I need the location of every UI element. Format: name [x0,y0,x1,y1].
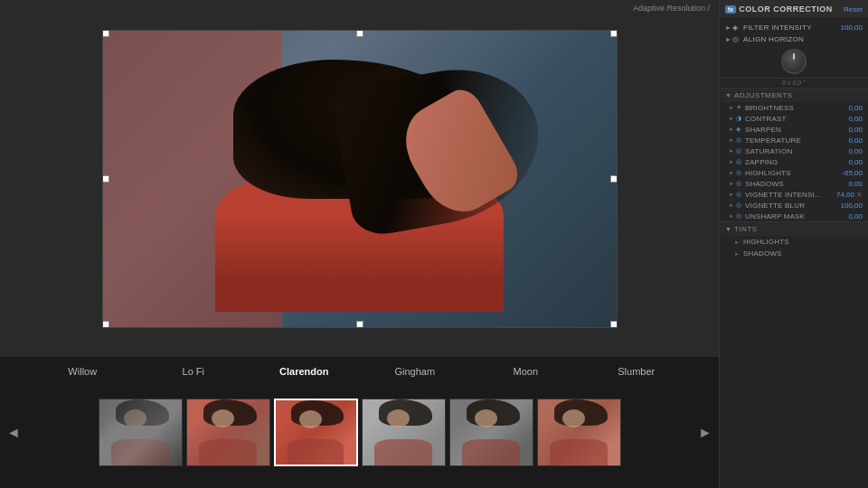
adj-row-shadows[interactable]: ►◎SHADOWS0,00 [720,178,868,189]
adj-value-1: 0,00 [837,115,863,123]
adj-row-vignette-blur[interactable]: ►◎VIGNETTE BLUR100,00 [720,200,868,211]
photo-background [103,31,617,327]
tints-label-0: HIGHLIGHTS [743,238,863,246]
adj-row-vignette-intensi...[interactable]: ►◎VIGNETTE INTENSI...74,00✕ [720,189,868,200]
adj-value-0: 0,00 [837,104,863,112]
adj-value-7: 0,00 [837,180,863,188]
app: Adaptive Resolution / [0,0,868,488]
thumb-image-slumber [538,399,620,465]
adaptive-label: Adaptive Resolution / [633,4,710,13]
adj-icon-1: ◑ [736,115,745,122]
adj-label-0: BRIGHTNESS [745,104,837,112]
thumb-image-moon [450,399,533,465]
adj-row-saturation[interactable]: ►◎SATURATION0,00 [720,145,868,156]
thumbnails-row: ◄ ► [0,381,719,483]
adj-row-temperature[interactable]: ►◎TEMPERATURE0,00 [720,135,868,145]
filter-intensity-label: FILTER INTENSITY [743,23,835,32]
thumbnail-clarendon[interactable] [274,399,358,466]
adj-icon-8: ◎ [736,191,745,198]
adj-rows-container: ►☀BRIGHTNESS0,00►◑CONTRAST0,00►◈SHARPEN0… [720,102,868,221]
main-image[interactable] [102,30,618,328]
adjustments-section-header[interactable]: ADJUSTMENTS [720,88,868,102]
adj-row-zapping[interactable]: ►◎ZAPPING0,00 [720,156,868,167]
tints-item-shadows[interactable]: ►SHADOWS [720,248,868,259]
filmstrip: WillowLo FiClarendonGinghamMoonSlumber ◄… [0,357,719,488]
adj-value-3: 0,00 [837,136,863,145]
handle-br[interactable] [610,321,618,328]
filter-labels: WillowLo FiClarendonGinghamMoonSlumber [0,361,719,381]
canvas-area: Adaptive Resolution / [0,0,719,488]
adj-label-9: VIGNETTE BLUR [745,202,837,210]
panel-title: COLOR CORRECTION [739,5,833,14]
adjustments-title: ADJUSTMENTS [734,91,793,99]
adj-row-contrast[interactable]: ►◑CONTRAST0,00 [720,113,868,124]
reset-button[interactable]: Reset [844,5,863,14]
adj-label-7: SHADOWS [745,180,837,188]
filter-label-clarendon[interactable]: Clarendon [249,366,360,377]
dial-value-label: 0 x 0,0 ° [720,79,868,88]
filter-label-moon[interactable]: Moon [470,366,581,377]
adj-close-8[interactable]: ✕ [856,191,863,199]
tints-title: TINTS [734,225,758,233]
tints-item-highlights[interactable]: ►HIGHLIGHTS [720,236,868,248]
adj-arrow-2: ► [729,127,736,132]
panel-content[interactable]: ◈ FILTER INTENSITY 100,00 ◎ ALIGN HORIZO… [720,19,868,488]
handle-bl[interactable] [102,321,109,328]
filter-label-gingham[interactable]: Gingham [360,366,471,377]
adj-row-brightness[interactable]: ►☀BRIGHTNESS0,00 [720,102,868,113]
adj-value-6: -65,00 [837,169,863,177]
filter-label-lo-fi[interactable]: Lo Fi [138,366,250,377]
adj-label-3: TEMPERATURE [745,136,837,145]
thumbnail-slumber[interactable] [537,399,621,466]
thumb-body-1 [199,439,257,465]
thumb-face-0 [124,409,146,427]
align-horizon-row[interactable]: ◎ ALIGN HORIZON [720,33,868,45]
dial-control[interactable] [781,49,807,74]
adj-row-sharpen[interactable]: ►◈SHARPEN0,00 [720,124,868,135]
handle-tl[interactable] [102,30,109,37]
filter-label-willow[interactable]: Willow [27,366,138,377]
thumbnail-willow[interactable] [99,399,183,466]
adj-row-unsharp-mask[interactable]: ►◎UNSHARP MASK0,00 [720,211,868,221]
adj-row-highlights[interactable]: ►◎HIGHLIGHTS-65,00 [720,167,868,178]
adj-arrow-6: ► [729,170,736,175]
adj-icon-10: ◎ [736,212,745,220]
handle-mr[interactable] [610,175,618,183]
thumb-image-lofi [187,399,269,465]
tints-section-header[interactable]: TINTS [720,221,868,236]
adj-icon-3: ◎ [736,136,745,144]
handle-ml[interactable] [102,175,109,183]
adj-label-1: CONTRAST [745,115,837,123]
align-horizon-arrow [725,36,732,42]
handle-bm[interactable] [356,321,363,328]
tints-arrow-1: ► [734,251,741,257]
right-panel: fx COLOR CORRECTION Reset ◈ FILTER INTEN… [719,0,868,488]
align-horizon-label: ALIGN HORIZON [743,35,863,43]
adj-label-4: SATURATION [745,147,837,155]
filter-intensity-arrow [725,24,732,31]
handle-tm[interactable] [356,30,363,37]
filter-intensity-icon: ◈ [732,23,741,32]
prev-nav-button[interactable]: ◄ [5,406,23,460]
align-horizon-icon: ◎ [732,35,741,43]
thumb-body-0 [111,439,169,465]
adj-icon-7: ◎ [736,180,745,187]
filter-label-slumber[interactable]: Slumber [581,366,693,377]
handle-tr[interactable] [610,30,618,37]
next-nav-button[interactable]: ► [696,406,714,460]
thumbnail-gingham[interactable] [362,399,446,466]
thumbnail-moon[interactable] [449,399,533,466]
fx-badge: fx [725,5,736,14]
thumb-body-3 [374,439,432,465]
adj-label-6: HIGHLIGHTS [745,169,837,177]
filter-intensity-row[interactable]: ◈ FILTER INTENSITY 100,00 [720,22,868,33]
adj-value-10: 0,00 [837,212,863,221]
adj-value-9: 100,00 [837,202,863,210]
adj-arrow-10: ► [729,213,736,219]
thumb-image-willow [99,399,182,465]
thumbnail-lofi[interactable] [186,399,270,466]
main-image-container: Adaptive Resolution / [0,0,719,357]
adj-value-4: 0,00 [837,147,863,155]
adj-label-10: UNSHARP MASK [745,212,837,221]
thumb-body-4 [462,439,520,465]
